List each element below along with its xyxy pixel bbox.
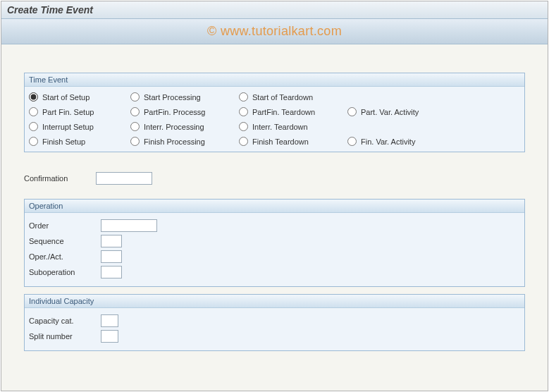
radio-part-var-activity[interactable]: Part. Var. Activity [347,107,453,116]
radio-partfin-processing[interactable]: PartFin. Processg [130,107,236,116]
radio-finish-setup-label: Finish Setup [42,137,85,146]
group-capacity-body: Capacity cat. Split number [25,308,524,350]
time-event-radio-grid: Start of Setup Start Processing Start of… [29,92,520,146]
radio-partfin-processing-input[interactable] [130,107,140,116]
group-operation-title: Operation [25,200,524,213]
radio-finish-teardown-label: Finish Teardown [252,137,309,146]
radio-finish-processing-input[interactable] [130,137,140,146]
radio-fin-var-activity[interactable]: Fin. Var. Activity [347,137,453,146]
radio-interr-teardown-label: Interr. Teardown [252,123,308,131]
split-number-label: Split number [29,331,101,342]
suboperation-row: Suboperation [29,265,520,279]
app-window: Create Time Event © www.tutorialkart.com… [1,1,548,391]
radio-partfin-teardown-label: PartFin. Teardown [252,108,315,116]
radio-fin-var-activity-input[interactable] [347,137,357,146]
group-operation: Operation Order Sequence Oper./Act. Subo… [24,199,525,287]
radio-part-var-activity-input[interactable] [347,107,357,116]
page-title: Create Time Event [1,1,548,19]
suboperation-input[interactable] [101,266,122,278]
radio-start-setup[interactable]: Start of Setup [29,92,128,102]
radio-interr-processing[interactable]: Interr. Processing [130,122,236,131]
order-input[interactable] [101,219,157,232]
radio-finish-setup[interactable]: Finish Setup [29,137,128,146]
split-number-row: Split number [29,329,520,343]
group-time-event-title: Time Event [25,73,524,87]
radio-part-var-activity-label: Part. Var. Activity [361,108,419,116]
radio-start-processing[interactable]: Start Processing [130,92,236,102]
radio-start-processing-label: Start Processing [144,93,201,102]
radio-start-teardown-label: Start of Teardown [252,93,313,102]
radio-start-processing-input[interactable] [130,92,140,102]
radio-fin-var-activity-label: Fin. Var. Activity [361,137,415,146]
group-capacity: Individual Capacity Capacity cat. Split … [24,294,525,351]
group-time-event-body: Start of Setup Start Processing Start of… [25,87,524,152]
radio-start-setup-label: Start of Setup [42,93,90,102]
sequence-label: Sequence [29,235,101,247]
capacity-cat-input[interactable] [101,314,118,327]
radio-finish-setup-input[interactable] [29,137,38,146]
radio-interr-processing-input[interactable] [130,122,140,131]
radio-interrupt-setup-label: Interrupt Setup [42,123,94,131]
order-row: Order [29,219,520,233]
capacity-cat-row: Capacity cat. [29,314,520,328]
confirmation-input[interactable] [96,172,152,185]
watermark-text: © www.tutorialkart.com [1,19,548,44]
oper-act-label: Oper./Act. [29,251,101,262]
sequence-input[interactable] [101,235,122,247]
radio-interr-processing-label: Interr. Processing [144,123,204,131]
confirmation-label: Confirmation [24,173,96,184]
group-operation-body: Order Sequence Oper./Act. Suboperation [25,213,524,286]
radio-finish-processing-label: Finish Processing [144,137,205,146]
group-time-event: Time Event Start of Setup Start Processi… [24,73,525,152]
group-capacity-title: Individual Capacity [25,295,524,308]
radio-interr-teardown[interactable]: Interr. Teardown [239,122,345,131]
radio-finish-teardown-input[interactable] [239,137,248,146]
content-area: Time Event Start of Setup Start Processi… [1,44,548,369]
confirmation-row: Confirmation [24,172,525,185]
oper-act-row: Oper./Act. [29,250,520,264]
sequence-row: Sequence [29,234,520,248]
suboperation-label: Suboperation [29,267,101,278]
capacity-cat-label: Capacity cat. [29,315,101,326]
radio-interr-teardown-input[interactable] [239,122,248,131]
radio-partfin-setup[interactable]: Part Fin. Setup [29,107,128,116]
radio-finish-teardown[interactable]: Finish Teardown [239,137,345,146]
radio-partfin-processing-label: PartFin. Processg [144,108,205,116]
radio-partfin-teardown[interactable]: PartFin. Teardown [239,107,345,116]
radio-interrupt-setup[interactable]: Interrupt Setup [29,122,128,131]
radio-finish-processing[interactable]: Finish Processing [130,137,236,146]
radio-start-setup-input[interactable] [29,92,38,102]
split-number-input[interactable] [101,330,118,343]
oper-act-input[interactable] [101,250,122,263]
radio-start-teardown[interactable]: Start of Teardown [239,92,345,102]
radio-partfin-setup-label: Part Fin. Setup [42,108,94,116]
radio-partfin-teardown-input[interactable] [239,107,248,116]
radio-interrupt-setup-input[interactable] [29,122,38,131]
order-label: Order [29,220,101,231]
radio-partfin-setup-input[interactable] [29,107,38,116]
radio-start-teardown-input[interactable] [239,92,248,102]
